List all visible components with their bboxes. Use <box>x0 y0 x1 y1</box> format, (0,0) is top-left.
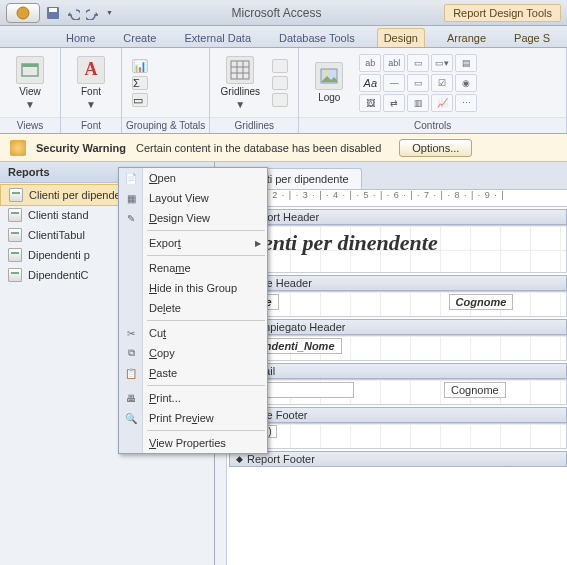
qat-customize-icon[interactable]: ▼ <box>106 9 113 16</box>
view-button[interactable]: View ▼ <box>8 56 52 110</box>
report-icon <box>8 268 22 282</box>
print-icon: 🖶 <box>123 390 139 406</box>
line-tool-icon[interactable]: — <box>383 74 405 92</box>
line-width-icon[interactable] <box>272 59 288 73</box>
section-report-header[interactable]: ◆Report Header <box>229 209 567 225</box>
menu-design-view[interactable]: ✎Design View <box>119 208 267 228</box>
band-page-header[interactable]: Nome Cognome <box>229 291 567 317</box>
svg-point-11 <box>324 72 328 76</box>
group-label-grouping: Grouping & Totals <box>122 117 209 133</box>
font-style-icon[interactable]: Aa <box>359 74 381 92</box>
menu-layout-view[interactable]: ▦Layout View <box>119 188 267 208</box>
tab-create[interactable]: Create <box>117 29 162 47</box>
menu-print[interactable]: 🖶Print... <box>119 388 267 408</box>
ribbon-group-controls: Logo ab abl ▭ ▭▾ ▤ Aa — ▭ ☑ ◉ 🖼 ⇄ ▥ 📈 ⋯ … <box>299 48 567 133</box>
hide-details-icon[interactable]: ▭ <box>132 93 148 107</box>
menu-copy[interactable]: ⧉Copy <box>119 343 267 363</box>
band-detail[interactable]: Cognome <box>229 379 567 405</box>
tab-database-tools[interactable]: Database Tools <box>273 29 361 47</box>
report-icon <box>8 208 22 222</box>
report-title-label[interactable]: Clienti per dinendente <box>230 226 566 260</box>
menu-hide[interactable]: Hide in this Group <box>119 278 267 298</box>
chevron-down-icon: ▼ <box>235 99 245 110</box>
section-detail[interactable]: ◆Detail <box>229 363 567 379</box>
section-page-header[interactable]: ◆Page Header <box>229 275 567 291</box>
ribbon-group-grouping: 📊 Σ ▭ Grouping & Totals <box>122 48 210 133</box>
tab-external-data[interactable]: External Data <box>178 29 257 47</box>
group-label-controls: Controls <box>299 117 566 133</box>
copy-icon: ⧉ <box>123 345 139 361</box>
logo-button[interactable]: Logo <box>307 62 351 103</box>
print-preview-icon: 🔍 <box>123 410 139 426</box>
ribbon-group-font: A Font ▼ Font <box>61 48 122 133</box>
listbox-tool-icon[interactable]: ▤ <box>455 54 477 72</box>
toggle-tool-icon[interactable]: ⇄ <box>383 94 405 112</box>
font-button[interactable]: A Font ▼ <box>69 56 113 110</box>
redo-icon[interactable] <box>86 6 100 20</box>
report-icon <box>8 228 22 242</box>
design-view-icon: ✎ <box>123 210 139 226</box>
section-page-footer[interactable]: ◆Page Footer <box>229 407 567 423</box>
controls-gallery[interactable]: ab abl ▭ ▭▾ ▤ Aa — ▭ ☑ ◉ 🖼 ⇄ ▥ 📈 ⋯ <box>359 54 477 112</box>
ribbon: View ▼ Views A Font ▼ Font 📊 Σ ▭ Groupin… <box>0 48 567 134</box>
ribbon-group-views: View ▼ Views <box>0 48 61 133</box>
quick-access-toolbar: ▼ <box>46 6 113 20</box>
band-report-header[interactable]: Clienti per dinendente <box>229 225 567 273</box>
menu-cut[interactable]: ✂Cut <box>119 323 267 343</box>
label-tool-icon[interactable]: abl <box>383 54 405 72</box>
group-label-font: Font <box>61 117 121 133</box>
line-style-icon[interactable] <box>272 76 288 90</box>
menu-print-preview[interactable]: 🔍Print Preview <box>119 408 267 428</box>
security-options-button[interactable]: Options... <box>399 139 472 157</box>
paste-icon: 📋 <box>123 365 139 381</box>
tab-arrange[interactable]: Arrange <box>441 29 492 47</box>
section-report-footer[interactable]: ◆Report Footer <box>229 451 567 467</box>
chart-tool-icon[interactable]: 📈 <box>431 94 453 112</box>
tab-design[interactable]: Design <box>377 28 425 47</box>
save-icon[interactable] <box>46 6 60 20</box>
ribbon-group-gridlines: Gridlines ▼ Gridlines <box>210 48 299 133</box>
svg-rect-5 <box>231 61 249 79</box>
column-label-cognome[interactable]: Cognome <box>449 294 514 310</box>
band-page-footer[interactable]: =Now() <box>229 423 567 449</box>
office-button[interactable] <box>6 3 40 23</box>
report-icon <box>8 248 22 262</box>
menu-delete[interactable]: Delete <box>119 298 267 318</box>
button-tool-icon[interactable]: ▭ <box>407 54 429 72</box>
line-color-icon[interactable] <box>272 93 288 107</box>
svg-point-0 <box>17 7 29 19</box>
ribbon-tabs: Home Create External Data Database Tools… <box>0 26 567 48</box>
textbox-tool-icon[interactable]: ab <box>359 54 381 72</box>
chevron-down-icon: ▼ <box>86 99 96 110</box>
checkbox-tool-icon[interactable]: ☑ <box>431 74 453 92</box>
view-icon <box>20 60 40 80</box>
option-tool-icon[interactable]: ◉ <box>455 74 477 92</box>
group-label-views: Views <box>0 117 60 133</box>
menu-export[interactable]: Export▶ <box>119 233 267 253</box>
group-sort-icon[interactable]: 📊 <box>132 59 148 73</box>
menu-paste: 📋Paste <box>119 363 267 383</box>
more-tools-icon[interactable]: ⋯ <box>455 94 477 112</box>
navigation-pane: Reports ▾ « Clienti per dipendente Clien… <box>0 162 215 565</box>
image-tool-icon[interactable]: 🖼 <box>359 94 381 112</box>
svg-rect-4 <box>22 64 38 67</box>
undo-icon[interactable] <box>66 6 80 20</box>
gridlines-button[interactable]: Gridlines ▼ <box>218 56 262 110</box>
title-bar: ▼ Microsoft Access Report Design Tools <box>0 0 567 26</box>
combobox-tool-icon[interactable]: ▭▾ <box>431 54 453 72</box>
totals-icon[interactable]: Σ <box>132 76 148 90</box>
section-group-header[interactable]: ◆IDImpiegato Header <box>229 319 567 335</box>
detail-field-cognome[interactable]: Cognome <box>444 382 506 398</box>
menu-view-properties[interactable]: View Properties <box>119 433 267 453</box>
rectangle-tool-icon[interactable]: ▭ <box>407 74 429 92</box>
menu-rename[interactable]: Rename <box>119 258 267 278</box>
tab-page-setup[interactable]: Page S <box>508 29 556 47</box>
app-title: Microsoft Access <box>113 6 440 20</box>
cut-icon: ✂ <box>123 325 139 341</box>
tab-tool-icon[interactable]: ▥ <box>407 94 429 112</box>
menu-open[interactable]: 📄Open <box>119 168 267 188</box>
band-group-header[interactable]: Dipendenti_Nome <box>229 335 567 361</box>
open-icon: 📄 <box>123 170 139 186</box>
tab-home[interactable]: Home <box>60 29 101 47</box>
chevron-down-icon: ▼ <box>25 99 35 110</box>
